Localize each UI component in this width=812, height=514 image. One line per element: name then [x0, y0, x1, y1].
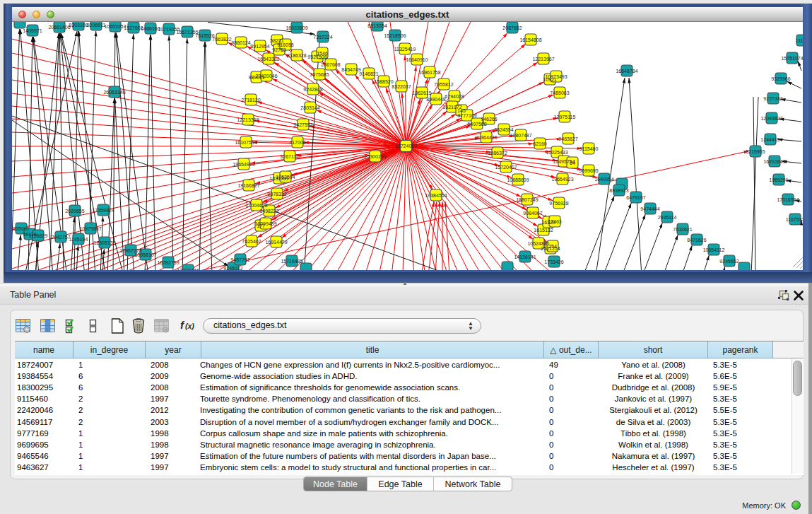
svg-text:17463: 17463: [548, 219, 562, 224]
svg-text:1615132: 1615132: [534, 228, 553, 233]
svg-text:1156829: 1156829: [29, 233, 48, 238]
svg-text:16210643: 16210643: [763, 159, 785, 164]
svg-text:8186328: 8186328: [287, 53, 306, 58]
svg-text:3624554: 3624554: [494, 127, 513, 132]
svg-text:916058: 916058: [277, 42, 293, 47]
svg-text:11124: 11124: [796, 38, 803, 43]
svg-text:23420046: 23420046: [255, 74, 277, 78]
svg-text:8990448: 8990448: [426, 97, 445, 102]
svg-text:64: 64: [570, 160, 575, 165]
svg-text:11325419: 11325419: [394, 47, 416, 52]
svg-text:10958107: 10958107: [134, 252, 156, 257]
svg-text:1053594: 1053594: [276, 175, 295, 180]
svg-text:9227342: 9227342: [763, 96, 782, 101]
svg-text:7625402: 7625402: [242, 239, 261, 244]
svg-text:1588520: 1588520: [374, 79, 393, 84]
svg-text:12975115: 12975115: [554, 115, 576, 119]
svg-text:3267130: 3267130: [280, 154, 299, 159]
svg-text:9474444: 9474444: [640, 206, 659, 211]
svg-text:f: f: [180, 319, 185, 331]
svg-text:9146821: 9146821: [359, 71, 378, 76]
svg-text:12213967: 12213967: [532, 57, 554, 62]
svg-text:8454749: 8454749: [341, 67, 360, 72]
svg-text:17016504: 17016504: [777, 197, 799, 202]
svg-text:8813054: 8813054: [367, 23, 387, 28]
svg-text:19384554: 19384554: [425, 193, 447, 198]
svg-text:6794028: 6794028: [445, 94, 464, 99]
svg-text:2942757: 2942757: [51, 235, 70, 240]
svg-text:15720407: 15720407: [495, 165, 517, 170]
svg-text:19654913: 19654913: [233, 162, 254, 167]
svg-text:10688609: 10688609: [507, 177, 529, 182]
svg-text:9463627: 9463627: [558, 136, 577, 141]
svg-text:1405571: 1405571: [23, 28, 42, 33]
svg-text:19654923: 19654923: [551, 177, 573, 182]
svg-text:18807249: 18807249: [516, 197, 538, 202]
svg-text:9245652: 9245652: [719, 259, 739, 264]
svg-text:9860124: 9860124: [231, 40, 250, 45]
svg-text:16107554: 16107554: [235, 140, 257, 145]
svg-text:1498222: 1498222: [259, 209, 278, 214]
svg-text:16782759: 16782759: [157, 260, 179, 265]
svg-text:(x): (x): [185, 322, 194, 330]
svg-text:15716485: 15716485: [281, 259, 302, 264]
svg-text:1244415: 1244415: [760, 137, 779, 142]
svg-text:16640910: 16640910: [406, 57, 428, 62]
svg-text:15218506: 15218506: [384, 33, 406, 38]
svg-text:8303108: 8303108: [69, 23, 88, 28]
svg-text:9206511: 9206511: [87, 23, 106, 28]
svg-text:1362615: 1362615: [412, 90, 431, 95]
svg-text:1640954: 1640954: [594, 177, 613, 182]
svg-text:12505135: 12505135: [93, 240, 115, 245]
svg-text:9242848: 9242848: [303, 87, 322, 92]
svg-text:12213369: 12213369: [237, 117, 259, 122]
svg-text:2718120: 2718120: [241, 98, 260, 103]
svg-text:7357224: 7357224: [313, 35, 332, 40]
svg-text:1733426: 1733426: [544, 259, 563, 264]
svg-text:25300295: 25300295: [364, 154, 386, 159]
svg-text:8878332: 8878332: [267, 192, 286, 197]
svg-text:7986372: 7986372: [488, 151, 507, 156]
svg-text:6497568: 6497568: [467, 122, 486, 127]
svg-text:8215955: 8215955: [746, 149, 765, 154]
svg-text:10975867: 10975867: [79, 226, 101, 231]
svg-text:8938923: 8938923: [609, 188, 628, 193]
svg-text:16099489: 16099489: [254, 221, 276, 226]
svg-text:16033809: 16033809: [286, 25, 307, 30]
svg-text:6479197: 6479197: [626, 195, 645, 200]
svg-text:2367608: 2367608: [321, 62, 340, 67]
svg-text:12093822: 12093822: [760, 116, 782, 121]
svg-text:16914479: 16914479: [265, 240, 287, 245]
svg-text:8912954: 8912954: [250, 44, 269, 49]
svg-text:9427552: 9427552: [293, 122, 312, 127]
svg-text:20691406: 20691406: [48, 25, 70, 30]
svg-text:1546: 1546: [317, 51, 328, 56]
svg-text:7955812: 7955812: [434, 82, 453, 87]
svg-text:9699695: 9699695: [579, 168, 598, 173]
svg-text:2087682: 2087682: [502, 25, 522, 30]
svg-text:26053346: 26053346: [103, 90, 125, 95]
svg-text:9329966: 9329966: [771, 76, 790, 81]
svg-text:7632621: 7632621: [673, 227, 692, 232]
svg-text:16961758: 16961758: [418, 70, 440, 75]
svg-text:20364436: 20364436: [475, 135, 497, 140]
svg-text:16648784: 16648784: [616, 69, 637, 74]
svg-text:10524851: 10524851: [527, 241, 549, 246]
svg-text:19166827: 19166827: [237, 183, 259, 188]
svg-text:62160: 62160: [533, 141, 547, 146]
svg-text:9756928: 9756928: [549, 201, 568, 206]
svg-text:16154808: 16154808: [519, 37, 541, 42]
svg-text:746266: 746266: [481, 117, 497, 122]
svg-text:7485063: 7485063: [550, 90, 569, 95]
svg-text:254: 254: [548, 244, 557, 249]
svg-text:9245012: 9245012: [223, 266, 242, 271]
svg-text:17359924: 17359924: [92, 208, 114, 213]
svg-text:14136141: 14136141: [514, 255, 536, 259]
svg-text:1167533: 1167533: [786, 217, 803, 222]
svg-text:8471626: 8471626: [687, 238, 706, 243]
svg-text:145: 145: [457, 108, 466, 113]
svg-text:12923446: 12923446: [177, 268, 199, 271]
svg-text:10973493: 10973493: [545, 74, 567, 79]
svg-text:2020655: 2020655: [65, 209, 84, 214]
svg-text:9777169: 9777169: [457, 113, 476, 118]
